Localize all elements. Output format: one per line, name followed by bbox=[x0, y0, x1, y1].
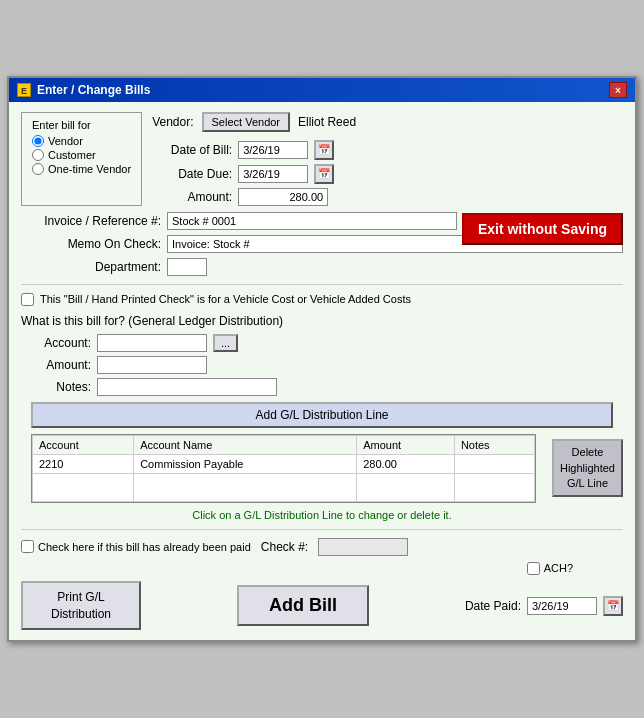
date-paid-label: Date Paid: bbox=[465, 599, 521, 613]
memo-label: Memo On Check: bbox=[21, 237, 161, 251]
cell-account-name: Commission Payable bbox=[134, 454, 357, 473]
check-num-label: Check #: bbox=[261, 540, 308, 554]
add-bill-button[interactable]: Add Bill bbox=[237, 585, 369, 626]
paid-label-text: Check here if this bill has already been… bbox=[38, 541, 251, 553]
divider-2 bbox=[21, 529, 623, 530]
gl-table-area: Account Account Name Amount Notes 2210 C… bbox=[21, 434, 623, 503]
date-paid-row: Date Paid: 📅 bbox=[465, 596, 623, 616]
window-title: Enter / Change Bills bbox=[37, 83, 150, 97]
date-paid-calendar-button[interactable]: 📅 bbox=[603, 596, 623, 616]
gl-notes-input[interactable] bbox=[97, 378, 277, 396]
vehicle-cost-checkbox[interactable] bbox=[21, 293, 34, 306]
col-notes: Notes bbox=[454, 435, 534, 454]
select-vendor-button[interactable]: Select Vendor bbox=[202, 112, 291, 132]
department-input[interactable] bbox=[167, 258, 207, 276]
amount-row: Amount: bbox=[152, 188, 623, 206]
gl-account-input[interactable] bbox=[97, 334, 207, 352]
delete-gl-line-button[interactable]: DeleteHighlightedG/L Line bbox=[552, 439, 623, 497]
enter-bill-box: Enter bill for Vendor Customer One-time … bbox=[21, 112, 142, 206]
right-section: Vendor: Select Vendor Elliot Reed Date o… bbox=[152, 112, 623, 206]
paid-checkbox-label[interactable]: Check here if this bill has already been… bbox=[21, 540, 251, 553]
date-of-bill-row: Date of Bill: 📅 bbox=[152, 140, 623, 160]
invoice-ref-input[interactable] bbox=[167, 212, 457, 230]
gl-amount-row: Amount: bbox=[31, 356, 623, 374]
gl-table-container: Account Account Name Amount Notes 2210 C… bbox=[31, 434, 536, 503]
title-bar: E Enter / Change Bills × bbox=[9, 78, 635, 102]
department-label: Department: bbox=[21, 260, 161, 274]
bottom-section: Check here if this bill has already been… bbox=[21, 538, 623, 631]
gl-fields: Account: ... Amount: Notes: bbox=[21, 334, 623, 396]
divider-1 bbox=[21, 284, 623, 285]
date-paid-input[interactable] bbox=[527, 597, 597, 615]
gl-click-note: Click on a G/L Distribution Line to chan… bbox=[21, 509, 623, 521]
date-of-bill-calendar-button[interactable]: 📅 bbox=[314, 140, 334, 160]
cell-notes bbox=[454, 454, 534, 473]
date-of-bill-label: Date of Bill: bbox=[152, 143, 232, 157]
ach-checkbox[interactable] bbox=[527, 562, 540, 575]
radio-group: Vendor Customer One-time Vendor bbox=[32, 135, 131, 175]
paid-row: Check here if this bill has already been… bbox=[21, 538, 623, 556]
content-area: Enter bill for Vendor Customer One-time … bbox=[9, 102, 635, 641]
gl-browse-button[interactable]: ... bbox=[213, 334, 238, 352]
gl-account-label: Account: bbox=[31, 336, 91, 350]
date-due-input[interactable] bbox=[238, 165, 308, 183]
vendor-row: Vendor: Select Vendor Elliot Reed bbox=[152, 112, 623, 132]
date-due-row: Date Due: 📅 bbox=[152, 164, 623, 184]
vendor-label: Vendor: bbox=[152, 115, 193, 129]
add-gl-distribution-button[interactable]: Add G/L Distribution Line bbox=[31, 402, 613, 428]
date-due-calendar-button[interactable]: 📅 bbox=[314, 164, 334, 184]
window-icon: E bbox=[17, 83, 31, 97]
top-section: Enter bill for Vendor Customer One-time … bbox=[21, 112, 623, 206]
action-row: Print G/L Distribution Add Bill Date Pai… bbox=[21, 581, 623, 631]
vendor-name: Elliot Reed bbox=[298, 115, 356, 129]
delete-btn-area: DeleteHighlightedG/L Line bbox=[552, 434, 623, 503]
amount-input[interactable] bbox=[238, 188, 328, 206]
table-row-empty bbox=[33, 473, 535, 501]
date-of-bill-input[interactable] bbox=[238, 141, 308, 159]
vehicle-cost-label: This "Bill / Hand Printed Check" is for … bbox=[40, 293, 411, 305]
main-window: E Enter / Change Bills × Enter bill for … bbox=[7, 76, 637, 643]
gl-amount-input[interactable] bbox=[97, 356, 207, 374]
date-due-label: Date Due: bbox=[152, 167, 232, 181]
invoice-ref-label: Invoice / Reference #: bbox=[21, 214, 161, 228]
department-row: Department: bbox=[21, 258, 623, 276]
gl-table: Account Account Name Amount Notes 2210 C… bbox=[32, 435, 535, 502]
print-gl-distribution-button[interactable]: Print G/L Distribution bbox=[21, 581, 141, 631]
paid-checkbox[interactable] bbox=[21, 540, 34, 553]
close-button[interactable]: × bbox=[609, 82, 627, 98]
ach-row: ACH? bbox=[21, 562, 623, 575]
vehicle-cost-row: This "Bill / Hand Printed Check" is for … bbox=[21, 293, 623, 306]
exit-without-saving-button[interactable]: Exit without Saving bbox=[462, 213, 623, 245]
radio-customer[interactable]: Customer bbox=[32, 149, 131, 161]
gl-notes-row: Notes: bbox=[31, 378, 623, 396]
col-amount: Amount bbox=[357, 435, 455, 454]
radio-vendor[interactable]: Vendor bbox=[32, 135, 131, 147]
col-account: Account bbox=[33, 435, 134, 454]
gl-amount-label: Amount: bbox=[31, 358, 91, 372]
cell-account: 2210 bbox=[33, 454, 134, 473]
enter-bill-label: Enter bill for bbox=[32, 119, 131, 131]
radio-onetime-vendor[interactable]: One-time Vendor bbox=[32, 163, 131, 175]
gl-notes-label: Notes: bbox=[31, 380, 91, 394]
col-account-name: Account Name bbox=[134, 435, 357, 454]
check-num-input[interactable] bbox=[318, 538, 408, 556]
cell-amount: 280.00 bbox=[357, 454, 455, 473]
gl-section-title: What is this bill for? (General Ledger D… bbox=[21, 314, 623, 328]
gl-account-row: Account: ... bbox=[31, 334, 623, 352]
ach-label: ACH? bbox=[544, 562, 573, 574]
table-row[interactable]: 2210 Commission Payable 280.00 bbox=[33, 454, 535, 473]
amount-label: Amount: bbox=[152, 190, 232, 204]
